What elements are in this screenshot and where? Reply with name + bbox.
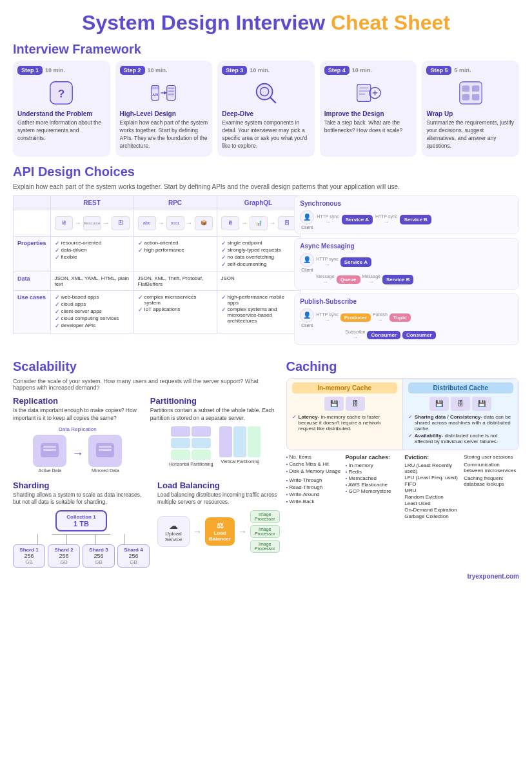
async-arrow-3: → <box>368 279 374 285</box>
sync-client: 👤 Client <box>300 210 314 230</box>
check-icon: ✓ <box>55 254 60 261</box>
check-icon: ✓ <box>292 414 297 420</box>
lb-arrow-1: → <box>193 526 202 537</box>
rest-use-4: cloud computing services <box>61 315 119 321</box>
api-table-wrap: REST RPC GraphQL 🖥 → Resource <box>13 195 288 333</box>
rest-use-2: cloud apps <box>61 301 86 307</box>
svg-rect-28 <box>43 449 56 451</box>
svg-rect-27 <box>43 446 56 448</box>
check-icon: ✓ <box>55 301 60 308</box>
step-5-time: 5 min. <box>454 67 471 74</box>
dist-sharing: ✓ Sharing data / Consistency- data can b… <box>408 414 513 432</box>
api-data-label: Data <box>14 272 51 290</box>
async-message-label2: Message <box>362 274 380 279</box>
evict-4: MRU <box>404 488 460 493</box>
cache-compare: In-memory Cache 💾 🗄 ✓ Latency- in-memory… <box>286 378 519 450</box>
rpc-icon1: abc <box>138 216 156 230</box>
svg-point-11 <box>257 84 273 100</box>
sharding-desc: Sharding allows a system to scale as dat… <box>13 491 150 507</box>
check-icon: ✓ <box>221 247 226 253</box>
rest-prop-2: data-driven <box>61 247 87 253</box>
inmem-icons: 💾 🗄 <box>292 397 397 411</box>
svg-rect-25 <box>472 94 479 101</box>
mirrored-data-box <box>88 435 122 467</box>
rest-use-1: web-based apps <box>61 294 99 300</box>
rest-use-5: developer APIs <box>61 322 96 328</box>
cache-use-1: Storing user sessions <box>464 454 519 460</box>
lb-proc-3: Image Processor <box>250 540 280 553</box>
pubsub-subscribe-label1: Subscribe <box>345 330 365 334</box>
rest-arrow-icon: → <box>75 219 81 226</box>
sync-client-label: Client <box>301 225 313 230</box>
step-3-desc: Examine system components in detail. You… <box>222 119 310 150</box>
scalability-title: Scalability <box>13 359 280 374</box>
active-data-label: Active Data <box>38 468 61 473</box>
async-client: 👤 Client <box>300 253 314 272</box>
api-use-rpc: ✓complex microservices system ✓IoT appli… <box>133 290 217 333</box>
popular-title: Popular caches: <box>345 454 400 461</box>
api-props-rest: ✓resource-oriented ✓data-driven ✓flexibl… <box>50 236 133 272</box>
inmem-icon-2: 🗄 <box>346 397 365 411</box>
cache-read-through: • Read-Through <box>286 484 342 490</box>
async-httpsync-label: HTTP sync <box>316 257 339 261</box>
page: System Design Interview Cheat Sheet Inte… <box>0 0 532 593</box>
check-icon: ✓ <box>55 247 60 253</box>
step-2-time: 10 min. <box>148 67 168 74</box>
loadbalancing-block: Load Balancing Load balancing distribute… <box>157 481 280 568</box>
main-title: System Design Interview Cheat Sheet <box>13 12 519 34</box>
api-props-graphql: ✓single endpoint ✓strongly-typed request… <box>217 236 300 272</box>
check-icon: ✓ <box>221 261 226 268</box>
pubsub-arrow-1: → <box>324 317 330 323</box>
sharding-title: Sharding <box>13 481 150 490</box>
async-title: Async Messaging <box>300 243 513 250</box>
evict-8: Garbage Collection <box>404 513 460 519</box>
api-props-label: Properties <box>14 236 51 272</box>
async-serviceB: Service B <box>382 275 413 284</box>
scalability-panel: Scalability Consider the scale of your s… <box>13 352 280 568</box>
shard-4-size: 256 <box>121 553 146 559</box>
rest-arrow2-icon: → <box>103 219 110 226</box>
graphql-icon1: 🖥 <box>221 216 239 230</box>
api-section: API Design Choices Explain how each part… <box>13 164 519 345</box>
horiz-part-3 <box>171 438 190 448</box>
mirrored-data-label: Mirrored Data <box>92 468 119 473</box>
cache-no-items: • No. Items <box>286 454 342 460</box>
evict-1: LRU (Least Recently used) <box>404 462 460 474</box>
cache-items-col: • No. Items • Cache Miss & Hit • Disk & … <box>286 454 342 520</box>
shard-3-unit: GB <box>86 559 111 565</box>
shard-1-box: Shard 1 256 GB <box>13 544 45 568</box>
gql-use-1: high-performance mobile apps <box>228 294 296 306</box>
svg-rect-21 <box>459 82 481 104</box>
rest-use-3: client-server apps <box>61 308 102 314</box>
lb-proc-2: Image Processor <box>250 525 280 538</box>
horiz-part-label: Horizontal Partitioning <box>169 462 213 466</box>
step-5-icon <box>426 79 515 107</box>
step-1-card: Step 1 10 min. ? Understand the Problem … <box>13 61 110 157</box>
partitioning-block: Partitioning Partitions contain a subset… <box>150 396 280 475</box>
step-1-desc: Gather more information about the system… <box>17 119 106 143</box>
dist-avail-label: Availability <box>415 433 442 439</box>
lb-proc-1: Image Processor <box>250 510 280 523</box>
api-data-rpc: JSON, XML, Thrift, Protobuf, FlatBuffers <box>133 272 217 290</box>
rpc-arrow2-icon: → <box>186 219 193 226</box>
title-part2: Cheat Sheet <box>331 11 450 34</box>
check-icon: ✓ <box>221 254 226 261</box>
async-section: Async Messaging 👤 Client HTTP sync → Ser… <box>294 238 519 290</box>
pubsub-arrow-2: → <box>377 317 383 323</box>
horiz-part-2 <box>192 426 211 437</box>
inmem-latency-label: Latency <box>299 414 318 420</box>
api-col-empty <box>14 195 51 210</box>
shard-2-unit: GB <box>52 559 76 565</box>
cache-use-2: Communication between microservices <box>464 462 519 473</box>
pop-5: • GCP Memorystore <box>345 488 400 494</box>
evict-3: FIFO <box>404 481 460 487</box>
pubsub-topic: Topic <box>389 313 411 322</box>
check-icon: ✓ <box>55 308 60 315</box>
check-icon: ✓ <box>138 294 143 301</box>
graphql-icon3: 🗄 <box>278 216 296 230</box>
step-4-card: Step 4 10 min. Improve the Design Take a… <box>320 61 417 157</box>
pubsub-httpsync: HTTP sync <box>316 312 339 317</box>
shard-3-name: Shard 3 <box>86 547 111 553</box>
cache-miss-hit: • Cache Miss & Hit <box>286 461 342 467</box>
rest-device-icon: 🖥 <box>55 216 73 230</box>
